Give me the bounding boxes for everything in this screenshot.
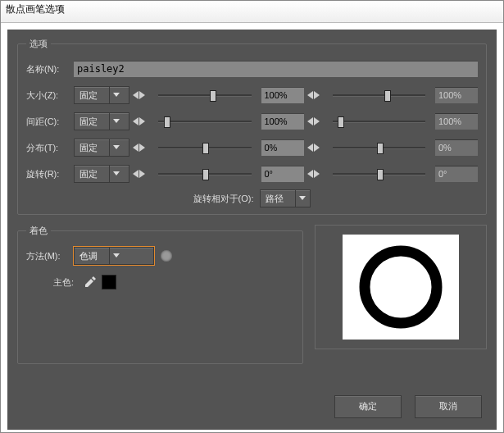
- options-legend: 选项: [26, 38, 51, 50]
- dialog-window: 散点画笔选项 选项 名称(N): 大小(Z): 固定: [0, 0, 504, 433]
- size-value-1[interactable]: [261, 87, 304, 103]
- rotation-value-2: [435, 166, 478, 182]
- size-arrow-2: [307, 91, 320, 99]
- color-legend: 着色: [26, 225, 51, 237]
- rotation-value-1[interactable]: [261, 166, 304, 182]
- rotation-relative-label: 旋转相对于(O):: [193, 193, 254, 205]
- scatter-mode-value: 固定: [75, 142, 109, 154]
- method-label: 方法(M):: [26, 250, 74, 262]
- rotation-row: 旋转(R): 固定: [26, 163, 478, 185]
- scatter-slider-2: [328, 142, 431, 153]
- preview-box: [315, 225, 487, 349]
- scatter-label: 分布(T):: [26, 142, 74, 154]
- rotation-relative-value: 路径: [261, 193, 295, 205]
- spacing-arrow-1: [133, 117, 145, 125]
- panel: 选项 名称(N): 大小(Z): 固定: [7, 30, 497, 430]
- preview-ring-icon: [356, 242, 446, 332]
- rotation-slider-2: [328, 168, 431, 180]
- method-row: 方法(M): 色调: [26, 245, 294, 267]
- scatter-row: 分布(T): 固定: [26, 137, 478, 158]
- rotation-relative-dropdown[interactable]: 路径: [260, 189, 311, 207]
- chevron-down-icon: [109, 113, 123, 130]
- spacing-arrow-2: [307, 117, 320, 125]
- spacing-slider-1[interactable]: [153, 116, 257, 127]
- window-title: 散点画笔选项: [6, 3, 65, 15]
- size-slider-1[interactable]: [153, 89, 257, 101]
- scatter-mode-dropdown[interactable]: 固定: [74, 139, 129, 157]
- spacing-value-2: [435, 113, 478, 130]
- name-label: 名称(N):: [26, 63, 74, 75]
- size-row: 大小(Z): 固定: [26, 84, 478, 106]
- rotation-relative-row: 旋转相对于(O): 路径: [26, 189, 478, 207]
- key-label: 主色:: [26, 276, 79, 289]
- chevron-down-icon: [109, 87, 123, 103]
- options-group: 选项 名称(N): 大小(Z): 固定: [17, 38, 487, 215]
- name-row: 名称(N):: [26, 58, 478, 80]
- rotation-arrow-2: [307, 170, 320, 178]
- size-slider-2: [328, 89, 431, 101]
- dialog-buttons: 确定 取消: [334, 395, 482, 418]
- method-value: 色调: [75, 250, 109, 262]
- scatter-value-2: [435, 139, 478, 156]
- chevron-down-icon: [295, 190, 309, 207]
- ok-button[interactable]: 确定: [334, 395, 402, 418]
- key-color-swatch[interactable]: [102, 275, 116, 289]
- chevron-down-icon: [109, 139, 123, 156]
- spacing-slider-2: [328, 116, 431, 127]
- preview-swatch: [343, 235, 459, 340]
- name-input[interactable]: [74, 61, 478, 77]
- spacing-label: 间距(C):: [26, 116, 74, 128]
- spacing-mode-dropdown[interactable]: 固定: [74, 112, 129, 130]
- tip-icon[interactable]: [161, 250, 172, 262]
- size-label: 大小(Z):: [26, 89, 74, 102]
- size-mode-value: 固定: [75, 89, 109, 102]
- rotation-mode-value: 固定: [75, 168, 109, 180]
- lower-area: 着色 方法(M): 色调 主色:: [17, 225, 487, 374]
- method-dropdown[interactable]: 色调: [74, 247, 154, 265]
- chevron-down-icon: [109, 166, 123, 182]
- size-mode-dropdown[interactable]: 固定: [74, 86, 129, 104]
- scatter-arrow-2: [307, 144, 320, 152]
- scatter-arrow-1: [133, 144, 145, 152]
- scatter-value-1[interactable]: [261, 139, 304, 156]
- eyedropper-icon[interactable]: [84, 276, 97, 289]
- color-group: 着色 方法(M): 色调 主色:: [17, 225, 303, 364]
- spacing-value-1[interactable]: [261, 113, 304, 130]
- key-row: 主色:: [26, 271, 294, 293]
- size-value-2: [435, 87, 478, 103]
- svg-point-0: [365, 251, 437, 323]
- rotation-arrow-1: [133, 170, 145, 178]
- scatter-slider-1[interactable]: [153, 142, 257, 153]
- spacing-mode-value: 固定: [75, 116, 109, 128]
- size-arrow-1: [133, 91, 145, 99]
- titlebar: 散点画笔选项: [1, 1, 503, 23]
- rotation-mode-dropdown[interactable]: 固定: [74, 165, 129, 183]
- cancel-button[interactable]: 取消: [415, 395, 482, 418]
- spacing-row: 间距(C): 固定: [26, 111, 478, 132]
- rotation-slider-1[interactable]: [153, 168, 257, 180]
- rotation-label: 旋转(R):: [26, 168, 74, 180]
- chevron-down-icon: [109, 248, 123, 264]
